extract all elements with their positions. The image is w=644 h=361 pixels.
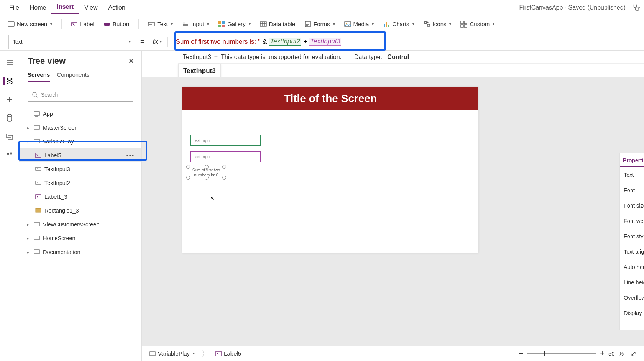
tree-item-documentation[interactable]: ▸ Documentation [19, 245, 141, 259]
data-icon[interactable] [5, 114, 14, 122]
tree-item-homescreen[interactable]: ▸ HomeScreen [19, 231, 141, 245]
tab-screens[interactable]: Screens [28, 71, 50, 82]
fx-icon[interactable]: fx [153, 38, 158, 46]
formula-op-amp: & [263, 38, 267, 46]
tab-components[interactable]: Components [57, 71, 89, 82]
menu-insert[interactable]: Insert [51, 1, 79, 14]
ribbon-new-screen[interactable]: New screen▾ [8, 21, 52, 28]
icons-icon [424, 21, 430, 28]
canvas-stage[interactable]: Title of the Screen Text input Text inpu… [182, 87, 478, 253]
selection-handle[interactable] [205, 165, 209, 169]
expand-caret-icon[interactable]: ▸ [27, 222, 31, 227]
selection-handle[interactable] [205, 176, 209, 180]
prop-overflow[interactable]: Overflow [620, 290, 644, 305]
ribbon-label[interactable]: Label [71, 21, 94, 28]
expand-caret-icon[interactable]: ▸ [27, 250, 31, 255]
ribbon-data-table[interactable]: Data table [260, 21, 295, 28]
menu-action[interactable]: Action [103, 2, 130, 13]
prop-font[interactable]: Font [620, 183, 644, 198]
svg-rect-18 [427, 24, 430, 26]
tree-item-viewcustomers[interactable]: ▸ ViewCustomersScreen [19, 218, 141, 231]
diagnostics-icon[interactable] [632, 3, 640, 12]
ribbon-input[interactable]: Input▾ [182, 21, 209, 28]
menu-file[interactable]: File [4, 2, 25, 13]
prop-display-mode[interactable]: Display mode [620, 305, 644, 321]
close-icon[interactable]: ✕ [128, 56, 135, 66]
prop-font-size[interactable]: Font size [620, 198, 644, 213]
more-icon[interactable]: ••• [127, 152, 135, 158]
zoom-slider[interactable] [527, 353, 596, 354]
ribbon-input-label: Input [191, 21, 204, 27]
tree-item-app[interactable]: App [19, 107, 141, 121]
tree-item-variableplay[interactable]: ▾ VariablePlay [19, 135, 141, 148]
text-icon [148, 21, 155, 28]
zoom-slider-knob[interactable] [544, 351, 545, 356]
prop-visible[interactable]: Visible [620, 326, 644, 330]
intellisense-suggestion[interactable]: TextInput3 [178, 64, 221, 78]
screen-icon [34, 125, 41, 130]
properties-tab[interactable]: Properties [620, 153, 644, 167]
ribbon-charts[interactable]: Charts▾ [383, 21, 414, 28]
textinput-control-icon [35, 166, 42, 172]
collapse-caret-icon[interactable]: ▾ [27, 139, 31, 144]
formula-input[interactable]: "Sum of first two numbers is: " & TextIn… [170, 35, 644, 49]
selection-handle[interactable] [222, 176, 226, 180]
tree-item-textinput3[interactable]: TextInput3 [19, 162, 141, 176]
property-selector[interactable]: Text ▾ [8, 35, 135, 49]
ribbon-button[interactable]: Button [104, 21, 129, 28]
prop-text[interactable]: Text [620, 167, 644, 183]
prop-font-style[interactable]: Font style [620, 229, 644, 244]
tree-search-placeholder: Search [41, 92, 58, 98]
prop-font-weight[interactable]: Font weight [620, 213, 644, 229]
ribbon-charts-label: Charts [392, 21, 409, 27]
chevron-down-icon[interactable]: ▾ [160, 40, 162, 44]
prop-auto-height[interactable]: Auto height [620, 259, 644, 275]
selection-handle[interactable] [186, 165, 190, 169]
bottom-bar: VariablePlay ▾ 〉 Label5 − + 50 % ⤢ [142, 346, 644, 361]
formula-ref-textinput2: TextInput2 [269, 38, 301, 46]
ribbon-text[interactable]: Text▾ [148, 21, 173, 28]
fullscreen-icon[interactable]: ⤢ [631, 349, 636, 358]
breadcrumb-screen[interactable]: VariablePlay ▾ [150, 350, 195, 357]
tree-item-label: Label5 [44, 152, 61, 158]
zoom-out-button[interactable]: − [519, 349, 524, 358]
breadcrumb-control[interactable]: Label5 [215, 350, 241, 357]
tree-item-label1-3[interactable]: Label1_3 [19, 190, 141, 204]
tree-item-rectangle1-3[interactable]: Rectangle1_3 [19, 204, 141, 218]
prop-text-alignment[interactable]: Text alignment [620, 244, 644, 259]
menubar: File Home Insert View Action FirstCanvas… [0, 0, 644, 15]
ribbon-forms[interactable]: Forms▾ [304, 21, 335, 28]
ribbon-media[interactable]: Media▾ [344, 21, 374, 28]
tree-search-input[interactable]: Search [28, 88, 133, 102]
advanced-tools-icon[interactable] [5, 150, 14, 159]
ribbon-icons[interactable]: Icons▾ [424, 21, 452, 28]
hamburger-icon[interactable] [5, 58, 14, 67]
canvas-textinput3[interactable]: Text input [190, 151, 261, 162]
rectangle-control-icon [35, 208, 42, 213]
selection-handle[interactable] [186, 176, 190, 180]
chevron-down-icon[interactable]: ▾ [193, 351, 195, 356]
media-panel-icon[interactable] [5, 132, 14, 140]
prop-line-height[interactable]: Line height [620, 275, 644, 290]
menu-home[interactable]: Home [25, 2, 52, 13]
tree-item-label5[interactable]: Label5 ••• [19, 148, 141, 162]
ribbon-new-screen-label: New screen [17, 21, 47, 27]
tree-item-masterscreen[interactable]: ▸ MasterScreen [19, 121, 141, 135]
insert-plus-icon[interactable] [5, 95, 14, 104]
selection-handle[interactable] [222, 165, 226, 169]
ribbon-custom[interactable]: Custom▾ [460, 21, 495, 28]
ribbon-separator [138, 19, 139, 29]
expand-caret-icon[interactable]: ▸ [27, 236, 31, 241]
ribbon-icons-label: Icons [433, 21, 447, 27]
tree-view-icon[interactable] [3, 77, 14, 85]
zoom-in-button[interactable]: + [600, 349, 605, 358]
canvas-screen-title: Title of the Screen [182, 87, 478, 110]
tree-item-textinput2[interactable]: TextInput2 [19, 176, 141, 190]
canvas-textinput2[interactable]: Text input [190, 135, 261, 146]
menu-view[interactable]: View [79, 2, 103, 13]
ribbon-gallery[interactable]: Gallery▾ [218, 21, 251, 28]
canvas-area[interactable]: Title of the Screen Text input Text inpu… [142, 77, 644, 346]
expand-caret-icon[interactable]: ▸ [27, 125, 31, 130]
ribbon-custom-label: Custom [470, 21, 490, 27]
svg-rect-30 [34, 125, 39, 129]
